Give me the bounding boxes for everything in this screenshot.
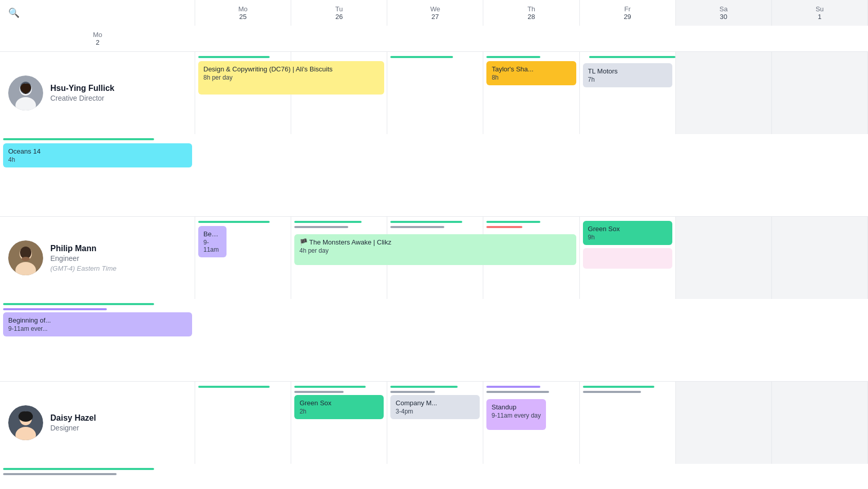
cell-daisy-sa30 bbox=[676, 382, 772, 464]
indicator-hsu-ying-we27 bbox=[390, 56, 453, 58]
event-green-sox-1[interactable]: Green Sox 9h bbox=[583, 221, 672, 245]
cell-philip-mo2: Beginning of... 9-11am ever... bbox=[0, 299, 195, 381]
event-title-company-m: Company M... bbox=[395, 399, 475, 407]
event-time-oceans14-1: 4h bbox=[8, 156, 187, 163]
spanning-event[interactable]: Standup9-11am every day bbox=[486, 399, 546, 430]
person-row-daisy: Daisy Hazel Designer Green Sox 2h Compan… bbox=[0, 382, 868, 489]
person-name-hsu-ying: Hsu-Ying Fullick bbox=[50, 84, 115, 93]
indicator-philip-we27 bbox=[390, 221, 462, 223]
header-day-su1: Su 1 bbox=[772, 0, 868, 26]
header-day-mo2: Mo 2 bbox=[0, 26, 195, 51]
cell-hsu-ying-sa30 bbox=[676, 52, 772, 134]
header-day-we27: We 27 bbox=[387, 0, 483, 26]
indicator-daisy-mo25 bbox=[198, 386, 270, 388]
indicator-hsu-ying-fr29 bbox=[589, 56, 675, 58]
cell-philip-mo25: Beginning of... 9-11am bbox=[195, 217, 291, 299]
event-title-beginning2: Beginning of... bbox=[8, 316, 187, 324]
cell-hsu-ying-mo2: Oceans 14 4h bbox=[0, 134, 195, 216]
indicator-gray-daisy-fr29 bbox=[583, 391, 641, 393]
cell-daisy-tu26: Green Sox 2h bbox=[291, 382, 387, 464]
event-time-green-sox-1: 9h bbox=[588, 234, 667, 241]
event-green-sox-2[interactable]: Green Sox 2h bbox=[294, 395, 384, 419]
event-taylors-sha[interactable]: Taylor's Sha... 8h bbox=[486, 61, 576, 85]
indicator-daisy-mo2 bbox=[3, 468, 154, 470]
event-time-taylors: 8h bbox=[492, 74, 571, 81]
indicator-philip-th28 bbox=[486, 221, 540, 223]
event-time-company-m: 3-4pm bbox=[395, 408, 475, 415]
header-row: 🔍 Mo 25 Tu 26 We 27 Th 28 Fr 29 Sa 30 Su bbox=[0, 0, 868, 52]
event-time-beginning2: 9-11am ever... bbox=[8, 325, 187, 332]
indicator-gray-daisy-tu26 bbox=[294, 391, 344, 393]
indicator-hsu-ying-th28 bbox=[486, 56, 540, 58]
indicator-gray-tu26 bbox=[294, 226, 348, 228]
avatar-daisy bbox=[8, 405, 43, 440]
event-tl-motors[interactable]: TL Motors 7h bbox=[583, 63, 672, 87]
indicator-purple-mo2 bbox=[3, 308, 107, 310]
indicator-hsu-ying-mo2 bbox=[3, 138, 154, 140]
cell-daisy-mo2 bbox=[0, 464, 195, 489]
person-details-philip: Philip Mann Engineer (GMT-4) Eastern Tim… bbox=[50, 244, 117, 272]
person-name-philip: Philip Mann bbox=[50, 244, 117, 253]
indicator-philip-tu26 bbox=[294, 221, 362, 223]
indicator-daisy-th28 bbox=[486, 386, 540, 388]
indicator-philip-mo2 bbox=[3, 303, 154, 305]
event-beginning-of-1[interactable]: Beginning of... 9-11am bbox=[198, 226, 227, 257]
cell-hsu-ying-su1 bbox=[772, 52, 868, 134]
cell-philip-sa30 bbox=[676, 217, 772, 299]
person-info-philip: Philip Mann Engineer (GMT-4) Eastern Tim… bbox=[0, 217, 195, 299]
cell-daisy-fr29 bbox=[580, 382, 676, 464]
calendar-container: 🔍 Mo 25 Tu 26 We 27 Th 28 Fr 29 Sa 30 Su bbox=[0, 0, 868, 489]
event-title-taylors: Taylor's Sha... bbox=[492, 65, 571, 73]
cell-daisy-mo25 bbox=[195, 382, 291, 464]
indicator-philip-mo25 bbox=[198, 221, 270, 223]
event-title-beginning1: Beginning of... bbox=[203, 230, 221, 238]
indicator-red-th28 bbox=[486, 226, 522, 228]
spanning-event[interactable]: Design & Copywriting (DC76) | Ali's Bisc… bbox=[198, 61, 384, 95]
svg-point-8 bbox=[22, 257, 30, 261]
event-beginning-of-2[interactable]: Beginning of... 9-11am ever... bbox=[3, 312, 192, 336]
indicator-daisy-fr29 bbox=[583, 386, 654, 388]
search-area: 🔍 bbox=[0, 0, 195, 26]
event-title-tl-motors: TL Motors bbox=[588, 67, 667, 75]
person-role-daisy: Designer bbox=[50, 424, 96, 432]
cell-philip-su1 bbox=[772, 217, 868, 299]
event-title-green-sox-2: Green Sox bbox=[299, 399, 379, 407]
person-row-hsu-ying: Hsu-Ying Fullick Creative Director Taylo… bbox=[0, 52, 868, 217]
header-day-tu26: Tu 26 bbox=[291, 0, 387, 26]
cell-daisy-we27: Company M... 3-4pm bbox=[387, 382, 483, 464]
indicator-gray-daisy-mo2 bbox=[3, 473, 117, 475]
cell-daisy-su1 bbox=[772, 382, 868, 464]
indicator-hsu-ying-mo25 bbox=[198, 56, 270, 58]
cell-hsu-ying-fr29: TL Motors 7h bbox=[580, 52, 676, 134]
event-title-green-sox-1: Green Sox bbox=[588, 225, 667, 233]
event-time-beginning1: 9-11am bbox=[203, 239, 221, 253]
person-info-daisy: Daisy Hazel Designer bbox=[0, 382, 195, 464]
indicator-daisy-we27 bbox=[390, 386, 458, 388]
indicator-gray-we27 bbox=[390, 226, 444, 228]
header-day-sa30: Sa 30 bbox=[676, 0, 772, 26]
person-details-daisy: Daisy Hazel Designer bbox=[50, 413, 96, 432]
search-icon[interactable]: 🔍 bbox=[8, 7, 20, 18]
spanning-event[interactable]: 🏴The Monsters Awake | Clikz4h per day bbox=[294, 234, 576, 265]
event-pink-fr29[interactable] bbox=[583, 248, 672, 269]
indicator-gray-daisy-we27 bbox=[390, 391, 435, 393]
cell-hsu-ying-th28: Taylor's Sha... 8h bbox=[483, 52, 579, 134]
person-name-daisy: Daisy Hazel bbox=[50, 413, 96, 423]
person-role-philip: Engineer bbox=[50, 254, 117, 262]
header-day-th28: Th 28 bbox=[483, 0, 579, 26]
event-company-m[interactable]: Company M... 3-4pm bbox=[390, 395, 480, 419]
header-day-mo25: Mo 25 bbox=[195, 0, 291, 26]
event-oceans14-1[interactable]: Oceans 14 4h bbox=[3, 143, 192, 167]
event-time-green-sox-2: 2h bbox=[299, 408, 379, 415]
event-time-tl-motors: 7h bbox=[588, 76, 667, 83]
person-details-hsu-ying: Hsu-Ying Fullick Creative Director bbox=[50, 84, 115, 102]
avatar-philip bbox=[8, 240, 43, 275]
indicator-gray-daisy-th28 bbox=[486, 391, 549, 393]
header-day-fr29: Fr 29 bbox=[580, 0, 676, 26]
avatar-hsu-ying bbox=[8, 76, 43, 110]
person-role-hsu-ying: Creative Director bbox=[50, 94, 115, 102]
event-title-oceans14-1: Oceans 14 bbox=[8, 147, 187, 155]
person-info-hsu-ying: Hsu-Ying Fullick Creative Director bbox=[0, 52, 195, 134]
indicator-daisy-tu26 bbox=[294, 386, 366, 388]
cell-hsu-ying-we27 bbox=[387, 52, 483, 134]
